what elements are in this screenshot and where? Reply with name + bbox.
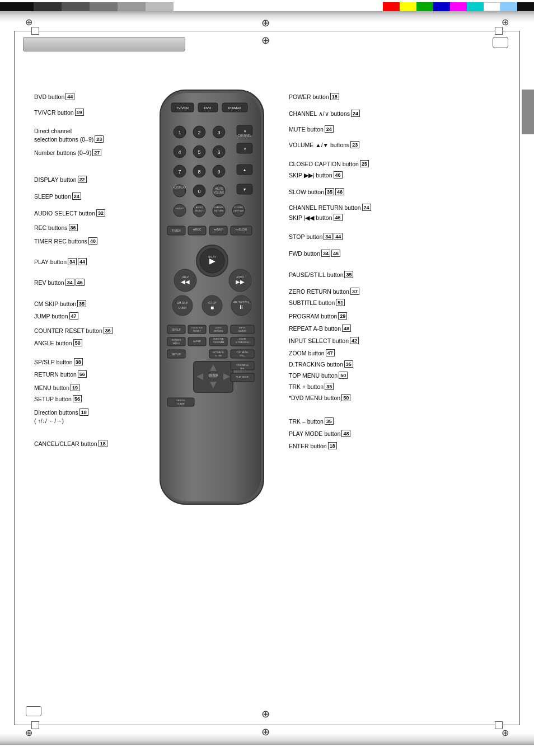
label-counter-reset-button: COUNTER RESET button 36 [34,327,113,334]
svg-text:ZERO: ZERO [215,326,221,329]
label-spslp-button: SP/SLP button 38 [34,358,83,365]
label-direction-buttons: Direction buttons 18 [34,408,88,416]
svg-text:SELECT: SELECT [238,330,247,332]
color-block-5 [118,2,146,11]
rlabel-dtracking-button: D.TRACKING button 35 [289,360,353,368]
reg-mark-left-bottom [31,721,39,729]
svg-text:TRK-: TRK- [240,367,245,370]
svg-text:CANCEL: CANCEL [176,399,186,402]
svg-text:CHANNEL: CHANNEL [238,134,251,137]
rlabel-play-mode-button: PLAY MODE button 48 [289,430,350,437]
color-registration-strip [0,2,534,11]
svg-text:AUDIO: AUDIO [196,206,203,209]
svg-text:7: 7 [178,169,181,175]
rlabel-slow-button: SLOW button 35 46 [289,188,344,195]
svg-text:MENU: MENU [173,342,180,345]
svg-text:D.TRACKING: D.TRACKING [236,341,250,344]
remote-control-diagram: TV/VCR DVD POWER 1 2 3 ∧ CHANNEL 4 [152,87,275,513]
sidebar-tab [522,90,534,134]
svg-text:PLAY MODE: PLAY MODE [236,375,249,378]
rlabel-zero-return-button: ZERO RETURN button 37 [289,288,359,295]
label-cancel-clear-button: CANCEL/CLEAR button 18 [34,440,107,447]
svg-text:•MUTE: •MUTE [215,187,223,190]
rlabel-input-select-button: INPUT SELECT button 42 [289,337,359,344]
label-menu-button: MENU button 19 [34,384,79,391]
rlabel-repeat-ab-button: REPEAT A-B button 48 [289,325,351,332]
svg-text:CAPTION: CAPTION [233,209,243,212]
svg-text:COUNTER: COUNTER [191,326,203,329]
rlabel-program-button: PROGRAM button 29 [289,312,347,320]
svg-point-42 [174,204,186,217]
label-direction-symbols: ( ↑/↓/ ←/→) [34,417,64,424]
svg-text:•DISPLAY: •DISPLAY [174,186,186,189]
svg-text:1: 1 [178,130,181,135]
color-block-cyan [467,2,484,11]
rlabel-dvd-menu-button: *DVD MENU button 50 [289,394,350,401]
svg-text:•eREC: •eREC [193,228,201,231]
page-wrapper: ⊕ ⊕ [0,0,534,756]
svg-text:RETURN: RETURN [214,209,224,212]
svg-text:INPUT: INPUT [239,326,246,329]
svg-text:CHANNEL: CHANNEL [213,206,224,209]
rlabel-channel-return-button: CHANNEL RETURN button 24 [289,204,371,211]
svg-text:TOP MENU: TOP MENU [237,351,249,354]
crosshair-right-bottom: ⊕ [502,727,509,738]
svg-text:9: 9 [217,169,220,175]
svg-text:RESET: RESET [193,330,201,332]
color-block-6 [146,2,174,11]
svg-text:3: 3 [217,130,220,135]
color-block-blue [433,2,450,11]
svg-text:•SLEEP: •SLEEP [176,207,184,210]
color-block-magenta [450,2,467,11]
svg-text:SP/SLP: SP/SLP [172,328,181,331]
svg-text:SET UP: SET UP [172,353,181,356]
svg-text:RPTSAT-B: RPTSAT-B [213,351,224,354]
svg-point-71 [172,295,193,316]
label-rev-button: REV button 34 46 [34,279,85,286]
rlabel-pause-still-button: PAUSE/STILL button 35 [289,271,353,278]
rlabel-zoom-button: ZOOM button 47 [289,349,335,356]
color-block-3 [62,2,90,11]
svg-text:POWER: POWER [228,106,241,110]
rlabel-mute-button: MUTE button 24 [289,125,334,133]
color-block-1 [0,2,34,11]
content-border: ⊕ ⊕ [14,31,520,725]
svg-text:ENTER: ENTER [209,374,218,377]
label-cm-skip-button: CM SKIP button 35 [34,300,86,307]
color-block-dark [517,2,534,11]
title-bar [23,37,185,51]
label-return-button: RETURN button 56 [34,370,87,378]
label-number-buttons: Number buttons (0–9) 27 [34,149,101,156]
svg-point-37 [213,185,225,197]
rlabel-channel-buttons: CHANNEL ∧/∨ buttons 24 [289,110,360,117]
svg-text:SUBTITLE: SUBTITLE [213,337,223,340]
svg-text:8: 8 [198,169,200,175]
svg-text:PROGRAM: PROGRAM [213,341,224,344]
svg-text:∧: ∧ [243,129,246,133]
reg-mark-right-top [495,27,503,35]
label-play-button: PLAY button 34 44 [34,258,87,265]
svg-text:CLEAR: CLEAR [177,402,184,405]
label-selection-buttons: selection buttons (0–9) 23 [34,135,104,143]
svg-text:DVD: DVD [204,106,212,110]
svg-text:TV/VCR: TV/VCR [176,106,189,110]
label-tvvcr-button: TV/VCR button 19 [34,109,84,116]
rlabel-fwd-button: FWD button 34 46 [289,250,340,257]
rlabel-trk-plus-button: TRK + button 35 [289,383,334,390]
label-angle-button: ANGLE button 50 [34,339,82,346]
crosshair-left-top: ⊕ [25,17,32,27]
rlabel-stop-button: STOP button 34 44 [289,233,343,240]
corner-tag-bottom [26,706,41,716]
rlabel-skip-rev-button: SKIP |◀◀ button 46 [289,214,343,221]
svg-text:■: ■ [210,304,214,311]
rlabel-closed-caption-button: CLOSED CAPTION button 25 [289,160,369,167]
svg-text:⏸: ⏸ [238,304,244,310]
svg-text:◄•SKIP: ◄•SKIP [213,228,224,231]
svg-text:SELECT: SELECT [195,209,204,212]
label-dvd-button: DVD button 44 [34,93,74,100]
svg-text:0: 0 [198,189,200,194]
crosshair-bottom-page: ⊕ [261,726,270,738]
color-block-2 [34,2,62,11]
crosshair-right-top: ⊕ [502,17,509,27]
svg-text:CLOSED: CLOSED [234,206,243,209]
